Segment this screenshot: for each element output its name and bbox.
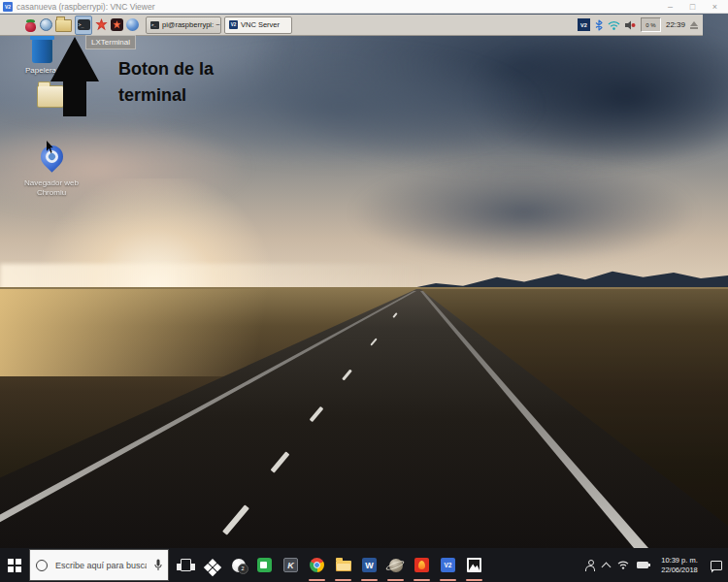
vnc-app-icon: V2	[3, 2, 13, 12]
taskbar-window-terminal[interactable]: pi@raspberrypi: ~	[146, 16, 221, 34]
taskbar-app-icons: 2 K W V2	[178, 548, 482, 582]
chromium-icon-label: Navegador web Chromiu	[19, 178, 83, 198]
green-app-button[interactable]	[256, 548, 273, 582]
green-app-icon	[257, 558, 272, 572]
windows-clock[interactable]: 10:39 p. m. 22/06/2018	[656, 556, 703, 575]
pi-system-tray: V2 0 % 22:39	[578, 17, 703, 32]
word-button[interactable]: W	[361, 548, 378, 582]
network-wifi-icon[interactable]	[617, 561, 629, 569]
lxterminal-tooltip: LXTerminal	[85, 35, 136, 49]
chromium-icon[interactable]	[126, 18, 139, 31]
file-explorer-icon	[336, 561, 351, 571]
cpu-monitor[interactable]: 0 %	[641, 17, 661, 32]
taskbar-search[interactable]	[29, 549, 169, 581]
pi-clock[interactable]: 22:39	[666, 20, 685, 29]
clock-time: 10:39 p. m.	[656, 556, 703, 566]
microphone-icon[interactable]	[154, 559, 162, 571]
photos-icon	[467, 558, 481, 572]
window-title: casanueva (raspberrypi): VNC Viewer	[17, 2, 155, 12]
minimize-button[interactable]: –	[659, 0, 681, 14]
word-icon: W	[362, 558, 377, 572]
trash-desktop-icon[interactable]	[32, 39, 52, 63]
wifi-icon[interactable]	[608, 20, 620, 30]
photos-button[interactable]	[466, 548, 482, 582]
vnc-remote-screen: pi@raspberrypi: ~ V2 VNC Server V2	[0, 14, 728, 548]
windows-taskbar: 2 K W V2 10:39 p. m. 22/06/20	[0, 548, 728, 582]
vnc-viewer-icon: V2	[441, 558, 455, 572]
xbox-icon: 2	[232, 559, 246, 572]
planet-app-button[interactable]	[387, 548, 404, 582]
taskbar-window-vncserver[interactable]: V2 VNC Server	[224, 16, 292, 34]
chrome-icon	[310, 558, 324, 572]
web-browser-icon[interactable]	[40, 18, 52, 31]
windows-logo-icon	[8, 559, 14, 565]
annotation-text: Boton de la terminal	[118, 56, 235, 109]
start-button[interactable]	[0, 548, 29, 582]
terminal-window-label: pi@raspberrypi: ~	[162, 20, 220, 29]
action-center-icon[interactable]	[711, 561, 722, 570]
search-input[interactable]	[53, 560, 149, 571]
vnc-server-window-label: VNC Server	[241, 20, 280, 29]
windows-system-tray: 10:39 p. m. 22/06/2018	[585, 556, 728, 575]
mathematica-icon[interactable]	[95, 18, 108, 31]
file-explorer-button[interactable]	[335, 548, 351, 582]
chevron-up-icon[interactable]	[602, 562, 612, 571]
vnc-viewer-window: V2 casanueva (raspberrypi): VNC Viewer –…	[0, 0, 728, 582]
eject-icon[interactable]	[690, 21, 698, 29]
task-view-button[interactable]	[178, 548, 194, 582]
raspbian-taskbar: pi@raspberrypi: ~ V2 VNC Server V2	[0, 15, 703, 36]
dropbox-icon	[208, 558, 215, 566]
people-icon[interactable]	[585, 560, 595, 570]
road	[0, 289, 728, 548]
battery-icon[interactable]	[637, 562, 648, 568]
chrome-button[interactable]	[309, 548, 325, 582]
dropbox-button[interactable]	[204, 548, 220, 582]
raspberry-menu-icon[interactable]	[25, 19, 37, 32]
terminal-button[interactable]	[75, 16, 92, 35]
flame-app-button[interactable]	[414, 548, 430, 582]
vnc-server-mini-icon: V2	[229, 20, 238, 29]
maximize-button[interactable]: □	[681, 0, 704, 14]
terminal-mini-icon	[150, 21, 159, 29]
file-manager-icon[interactable]	[55, 19, 72, 32]
bluetooth-icon[interactable]	[595, 19, 603, 31]
cortana-circle-icon	[36, 560, 48, 571]
terminal-icon	[78, 19, 90, 30]
planet-app-icon	[389, 559, 403, 572]
vnc-viewer-button[interactable]: V2	[440, 548, 456, 582]
vnc-tray-icon[interactable]: V2	[578, 18, 590, 31]
folder-desktop-icon[interactable]	[37, 85, 64, 108]
desktop-wallpaper	[0, 14, 728, 548]
xbox-notification-badge: 2	[238, 564, 248, 574]
k-app-button[interactable]: K	[282, 548, 299, 582]
k-app-icon: K	[283, 558, 298, 572]
task-view-icon	[181, 559, 191, 571]
clock-date: 22/06/2018	[656, 566, 703, 575]
vnc-titlebar: V2 casanueva (raspberrypi): VNC Viewer –…	[0, 0, 728, 14]
cloud	[349, 159, 699, 266]
wolfram-icon[interactable]	[111, 18, 123, 31]
close-button[interactable]: ×	[704, 0, 726, 14]
volume-icon[interactable]	[625, 20, 636, 30]
flame-app-icon	[414, 558, 429, 572]
xbox-button[interactable]: 2	[230, 548, 247, 582]
